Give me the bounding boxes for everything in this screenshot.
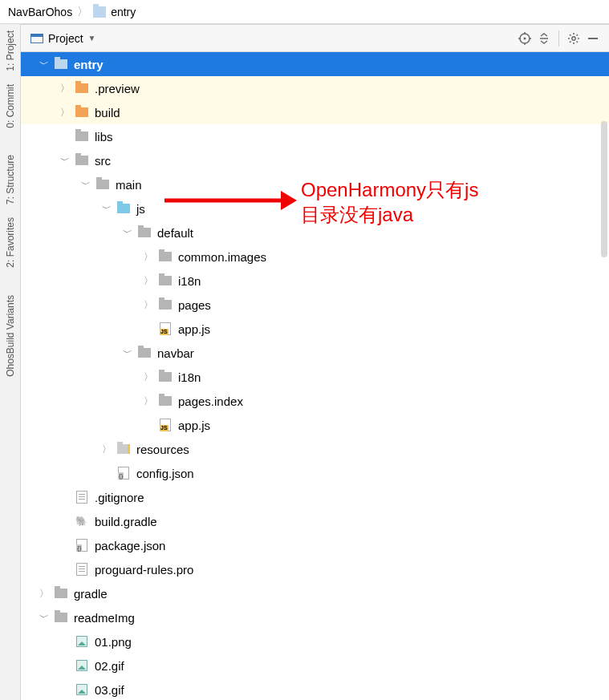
tree-item-label: gradle: [74, 587, 108, 601]
tree-item-label: app.js: [178, 322, 210, 336]
tree-row[interactable]: 〉resources: [21, 437, 609, 461]
json-file-icon: [116, 466, 132, 480]
folder-icon: [74, 81, 90, 95]
tree-item-label: resources: [136, 443, 189, 456]
tree-row[interactable]: 〉build.gradle: [21, 509, 609, 533]
chevron-right-icon[interactable]: 〉: [140, 395, 157, 408]
chevron-right-icon[interactable]: 〉: [35, 587, 53, 601]
tree-row[interactable]: ﹀navbar: [21, 341, 609, 365]
chevron-down-icon[interactable]: ﹀: [56, 154, 74, 168]
tree-row[interactable]: 〉config.json: [21, 461, 609, 485]
chevron-down-icon[interactable]: ﹀: [35, 611, 53, 625]
tree-row[interactable]: 〉proguard-rules.pro: [21, 557, 609, 581]
tree-row[interactable]: 〉build: [21, 100, 609, 124]
folder-icon: [53, 57, 69, 71]
tree-row[interactable]: 〉02.gif: [21, 653, 609, 678]
folder-icon: [116, 442, 132, 456]
chevron-down-icon[interactable]: ﹀: [119, 346, 136, 360]
tree-item-label: pages: [178, 298, 211, 312]
tree-item-label: navbar: [157, 346, 194, 360]
panel-header: Project ▼: [21, 25, 609, 52]
chevron-down-icon: ▼: [88, 34, 96, 42]
collapse-all-icon[interactable]: [534, 29, 554, 48]
tree-item-label: i18n: [178, 370, 201, 384]
tree-row[interactable]: 〉pages: [21, 293, 609, 317]
view-selector-label: Project: [48, 32, 83, 45]
scrollbar-thumb[interactable]: [601, 121, 607, 257]
tree-row[interactable]: ﹀entry: [21, 52, 609, 76]
module-icon: [93, 6, 106, 18]
tree-item-label: default: [157, 226, 193, 240]
tree-item-label: build.gradle: [95, 515, 157, 528]
gear-icon[interactable]: [564, 29, 583, 48]
tree-row[interactable]: ﹀readmeImg: [21, 605, 609, 629]
sidetab-project[interactable]: 1: Project: [3, 24, 18, 78]
chevron-down-icon[interactable]: ﹀: [98, 202, 116, 216]
folder-icon: [53, 586, 69, 601]
tree-row[interactable]: ﹀js: [21, 196, 609, 221]
folder-icon: [136, 346, 152, 360]
tree-item-label: libs: [95, 130, 113, 144]
tree-item-label: build: [95, 106, 120, 119]
chevron-right-icon[interactable]: 〉: [140, 250, 157, 264]
tree-item-label: main: [116, 178, 142, 192]
tree-item-label: 01.png: [95, 635, 132, 649]
tree-item-label: pages.index: [178, 395, 243, 408]
tree-item-label: 02.gif: [95, 659, 124, 673]
breadcrumb: NavBarOhos 〉 entry: [0, 0, 609, 24]
project-view-icon: [30, 34, 43, 43]
locate-icon[interactable]: [515, 29, 534, 48]
chevron-down-icon[interactable]: ﹀: [77, 178, 95, 192]
view-selector[interactable]: Project ▼: [27, 30, 99, 47]
folder-icon: [74, 105, 90, 119]
project-tree[interactable]: ﹀entry〉.preview〉build〉libs﹀src﹀main﹀js﹀d…: [21, 52, 609, 700]
tree-item-label: 03.gif: [95, 683, 124, 697]
tree-row[interactable]: 〉gradle: [21, 581, 609, 605]
tree-row[interactable]: 〉.gitignore: [21, 485, 609, 509]
breadcrumb-root[interactable]: NavBarOhos: [8, 6, 72, 18]
separator: [558, 30, 559, 47]
hide-icon[interactable]: [583, 29, 603, 48]
sidetab-build-variants[interactable]: OhosBuild Variants: [3, 289, 18, 383]
folder-icon: [157, 249, 173, 264]
tree-item-label: .gitignore: [95, 491, 144, 504]
breadcrumb-module[interactable]: entry: [111, 6, 136, 18]
folder-icon: [136, 225, 152, 240]
sidetab-structure[interactable]: 7: Structure: [3, 148, 18, 211]
chevron-right-icon[interactable]: 〉: [140, 370, 157, 384]
tree-row[interactable]: 〉package.json: [21, 533, 609, 557]
tree-row[interactable]: ﹀default: [21, 221, 609, 245]
tree-row[interactable]: ﹀src: [21, 148, 609, 172]
chevron-down-icon[interactable]: ﹀: [119, 226, 136, 240]
json-file-icon: [74, 538, 90, 552]
tree-row[interactable]: 〉pages.index: [21, 389, 609, 413]
tree-row[interactable]: ﹀main: [21, 172, 609, 196]
tree-item-label: readmeImg: [74, 611, 135, 625]
project-panel: Project ▼ ﹀entry〉.preview〉build〉libs﹀src…: [21, 24, 609, 700]
folder-icon: [95, 177, 111, 192]
sidetab-favorites[interactable]: 2: Favorites: [3, 211, 18, 274]
tree-row[interactable]: 〉.preview: [21, 76, 609, 100]
chevron-right-icon[interactable]: 〉: [98, 443, 116, 456]
chevron-right-icon[interactable]: 〉: [140, 298, 157, 312]
tree-row[interactable]: 〉common.images: [21, 245, 609, 269]
tree-row[interactable]: 〉libs: [21, 124, 609, 148]
tree-row[interactable]: 〉01.png: [21, 629, 609, 653]
gradle-file-icon: [74, 514, 90, 528]
tree-row[interactable]: 〉03.gif: [21, 678, 609, 700]
tree-row[interactable]: 〉app.js: [21, 317, 609, 341]
chevron-down-icon[interactable]: ﹀: [35, 58, 53, 71]
tree-item-label: app.js: [178, 419, 210, 432]
sidetab-commit[interactable]: 0: Commit: [3, 78, 18, 135]
js-file-icon: [157, 418, 173, 432]
tree-row[interactable]: 〉i18n: [21, 365, 609, 389]
chevron-right-icon[interactable]: 〉: [56, 106, 74, 119]
txt-file-icon: [74, 562, 90, 577]
svg-point-1: [524, 37, 526, 39]
folder-icon: [157, 297, 173, 312]
tree-row[interactable]: 〉i18n: [21, 269, 609, 293]
folder-icon: [157, 394, 173, 408]
chevron-right-icon[interactable]: 〉: [140, 274, 157, 288]
chevron-right-icon[interactable]: 〉: [56, 82, 74, 95]
tree-row[interactable]: 〉app.js: [21, 413, 609, 437]
